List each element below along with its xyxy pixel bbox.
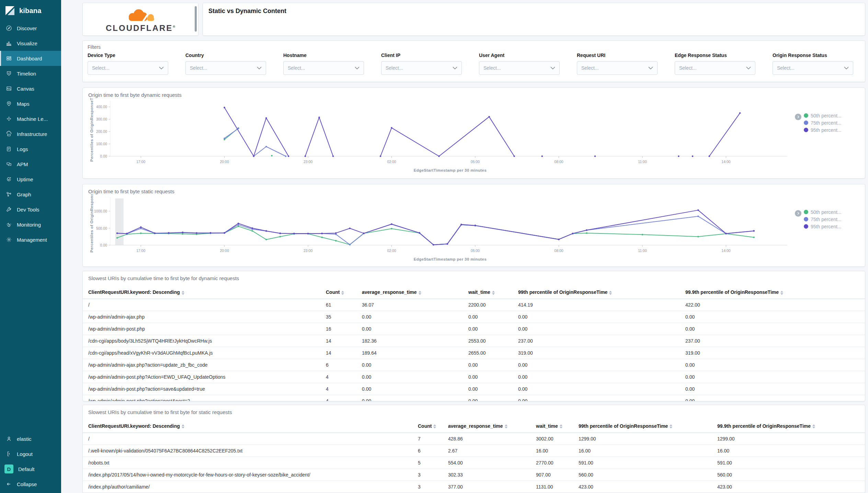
filter-select[interactable]: Select... <box>479 61 560 75</box>
table-cell: 907.00 <box>533 469 576 481</box>
column-header[interactable]: 99.9th percentile of OriginResponseTime <box>715 420 865 433</box>
table-row: /index.php/author/camiliame/ 3 377.00 11… <box>83 481 865 493</box>
legend-item[interactable]: 95th percent... <box>804 224 859 229</box>
sidebar-item-infrastructure[interactable]: Infrastructure <box>0 126 61 141</box>
svg-text:1000.00: 1000.00 <box>94 209 107 213</box>
column-header[interactable]: wait_time <box>466 286 515 299</box>
sidebar-item-maps[interactable]: Maps <box>0 96 61 111</box>
sort-icon[interactable] <box>492 291 495 295</box>
sidebar-item-collapse[interactable]: Collapse <box>0 477 61 492</box>
table-row: /wp-admin/admin-post.php?action=post&pos… <box>83 395 865 401</box>
table-cell: 0.00 <box>515 311 683 323</box>
filter-select[interactable]: Select... <box>185 61 266 75</box>
svg-text:11:00: 11:00 <box>638 249 647 253</box>
column-header[interactable]: 99.9th percentile of OriginResponseTime <box>683 286 865 299</box>
select-placeholder: Select... <box>386 65 403 71</box>
filter-select[interactable]: Select... <box>773 61 853 75</box>
table-cell: 2.67 <box>445 445 533 457</box>
filter-group: Edge Response Status Select... <box>675 53 755 75</box>
column-header[interactable]: average_response_time <box>359 286 466 299</box>
legend-item[interactable]: 50th percent... <box>804 209 859 215</box>
column-header[interactable]: Count <box>415 420 445 433</box>
chevron-down-icon <box>355 67 359 69</box>
table-row: /wp-admin/admin-post.php 16 0.00 0.00 0.… <box>83 323 865 335</box>
sidebar-item-graph[interactable]: Graph <box>0 187 61 202</box>
sort-icon[interactable] <box>433 424 436 428</box>
filter-select[interactable]: Select... <box>381 61 462 75</box>
sidebar-item-logout[interactable]: Logout <box>0 446 61 461</box>
chevron-down-icon <box>453 67 457 69</box>
sort-icon[interactable] <box>780 291 783 295</box>
column-header[interactable]: 99th percentile of OriginResponseTime <box>515 286 683 299</box>
sidebar-item-canvas[interactable]: Canvas <box>0 81 61 96</box>
column-header[interactable]: ClientRequestURI.keyword: Descending <box>83 286 323 299</box>
sidebar-item-monitoring[interactable]: Monitoring <box>0 217 61 232</box>
table-cell: 1299.00 <box>715 433 865 445</box>
chart-legend: 50th percent... 75th percent... 95th per… <box>794 98 859 174</box>
sidebar-item-dev-tools[interactable]: Dev Tools <box>0 202 61 217</box>
sort-icon[interactable] <box>812 424 815 428</box>
table-cell: 36.07 <box>359 299 466 311</box>
sidebar-item-user[interactable]: elastic <box>0 431 61 446</box>
sort-icon[interactable] <box>505 424 507 428</box>
sidebar-item-machine-learning[interactable]: Machine Le... <box>0 111 61 126</box>
table-cell: /robots.txt <box>83 457 415 469</box>
sidebar-item-timelion[interactable]: Timelion <box>0 66 61 81</box>
legend-item[interactable]: 95th percent... <box>804 127 859 133</box>
sort-icon[interactable] <box>419 291 421 295</box>
table-cell: 0.00 <box>683 359 865 371</box>
sidebar-item-visualize[interactable]: Visualize <box>0 36 61 51</box>
filter-select[interactable]: Select... <box>675 61 755 75</box>
svg-text:08:00: 08:00 <box>554 249 563 253</box>
legend-expand-icon[interactable] <box>795 114 801 120</box>
column-header[interactable]: Count <box>323 286 359 299</box>
chart-canvas[interactable]: 0.00500.001000.0017:0020:0023:0002:0005:… <box>88 194 794 263</box>
select-placeholder: Select... <box>679 65 697 71</box>
sort-icon[interactable] <box>560 424 562 428</box>
sidebar-item-apm[interactable]: APM <box>0 157 61 172</box>
sidebar-item-logs[interactable]: Logs <box>0 141 61 157</box>
table-header-row: ClientRequestURI.keyword: Descending Cou… <box>83 420 865 433</box>
filter-select[interactable]: Select... <box>88 61 168 75</box>
select-placeholder: Select... <box>777 65 795 71</box>
sort-icon[interactable] <box>670 424 672 428</box>
panel-scrollbar[interactable] <box>195 6 197 32</box>
svg-text:500.00: 500.00 <box>96 226 107 230</box>
table-cell: 0.00 <box>359 371 466 383</box>
select-placeholder: Select... <box>581 65 599 71</box>
page-title: Static vs Dynamic Content <box>208 8 859 15</box>
legend-item[interactable]: 75th percent... <box>804 217 859 222</box>
table-cell: 423.00 <box>576 481 715 493</box>
machine-learning-icon <box>6 116 12 122</box>
legend-item[interactable]: 50th percent... <box>804 113 859 118</box>
column-header[interactable]: 99th percentile of OriginResponseTime <box>576 420 715 433</box>
sidebar-item-uptime[interactable]: Uptime <box>0 172 61 187</box>
svg-text:400.00: 400.00 <box>96 105 107 109</box>
table-cell: 1131.00 <box>533 481 576 493</box>
sidebar-item-default-space[interactable]: D Default <box>0 461 61 477</box>
sidebar-item-discover[interactable]: Discover <box>0 21 61 36</box>
graph-icon <box>6 191 12 197</box>
cloudflare-wordmark: CLOUDFLARE® <box>106 24 175 32</box>
sort-icon[interactable] <box>609 291 612 295</box>
table-cell: 2655.00 <box>466 347 515 359</box>
sort-icon[interactable] <box>182 424 184 428</box>
chart-canvas[interactable]: 0.00100.00200.00300.00400.0017:0020:0023… <box>88 98 794 174</box>
table-row: /wp-admin/admin-post.php?action=save&upd… <box>83 383 865 395</box>
legend-expand-icon[interactable] <box>795 210 801 217</box>
sidebar-item-management[interactable]: Management <box>0 232 61 247</box>
column-header[interactable]: ClientRequestURI.keyword: Descending <box>83 420 415 433</box>
legend-item[interactable]: 75th percent... <box>804 120 859 126</box>
filter-select[interactable]: Select... <box>577 61 658 75</box>
table-cell: 0.00 <box>515 395 683 401</box>
filter-select[interactable]: Select... <box>283 61 364 75</box>
cloudflare-logo-panel: CLOUDFLARE® <box>82 3 198 36</box>
kibana-logo[interactable]: kibana <box>0 0 61 21</box>
column-header[interactable]: average_response_time <box>445 420 533 433</box>
table-cell: 0.00 <box>359 395 466 401</box>
sort-icon[interactable] <box>182 291 184 295</box>
sort-icon[interactable] <box>341 291 344 295</box>
column-header[interactable]: wait_time <box>533 420 576 433</box>
table-cell: 0.00 <box>359 383 466 395</box>
sidebar-item-dashboard[interactable]: Dashboard <box>0 51 61 66</box>
